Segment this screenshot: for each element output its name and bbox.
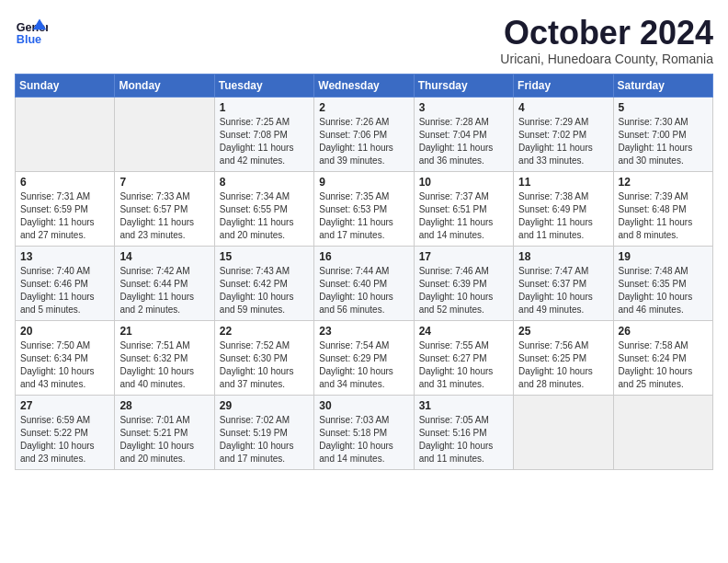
calendar-cell: 21Sunrise: 7:51 AMSunset: 6:32 PMDayligh… (115, 320, 214, 395)
day-header-thursday: Thursday (414, 74, 513, 97)
day-header-friday: Friday (514, 74, 613, 97)
day-number: 5 (619, 101, 708, 114)
calendar-cell: 25Sunrise: 7:56 AMSunset: 6:25 PMDayligh… (514, 320, 613, 395)
day-info: Sunrise: 7:52 AMSunset: 6:30 PMDaylight:… (220, 339, 309, 391)
day-number: 10 (419, 176, 508, 189)
logo: General Blue (15, 15, 48, 48)
calendar-cell: 15Sunrise: 7:43 AMSunset: 6:42 PMDayligh… (214, 246, 313, 320)
day-number: 2 (319, 101, 408, 114)
week-row-1: 1Sunrise: 7:25 AMSunset: 7:08 PMDaylight… (16, 97, 713, 171)
day-number: 23 (319, 325, 408, 338)
day-number: 21 (119, 325, 209, 338)
day-info: Sunrise: 7:29 AMSunset: 7:02 PMDaylight:… (518, 116, 608, 167)
day-info: Sunrise: 7:51 AMSunset: 6:32 PMDaylight:… (119, 339, 209, 391)
day-info: Sunrise: 7:01 AMSunset: 5:21 PMDaylight:… (119, 414, 209, 465)
day-number: 11 (518, 176, 608, 189)
calendar-cell (115, 97, 214, 171)
calendar-cell: 27Sunrise: 6:59 AMSunset: 5:22 PMDayligh… (16, 395, 115, 469)
title-block: October 2024 Uricani, Hunedoara County, … (500, 15, 713, 66)
day-number: 16 (319, 250, 408, 263)
day-info: Sunrise: 7:48 AMSunset: 6:35 PMDaylight:… (619, 265, 708, 316)
day-info: Sunrise: 7:44 AMSunset: 6:40 PMDaylight:… (319, 265, 408, 316)
day-info: Sunrise: 7:46 AMSunset: 6:39 PMDaylight:… (419, 265, 508, 316)
day-number: 18 (518, 250, 608, 263)
calendar-cell: 16Sunrise: 7:44 AMSunset: 6:40 PMDayligh… (314, 246, 414, 320)
svg-text:Blue: Blue (17, 33, 41, 46)
day-info: Sunrise: 7:34 AMSunset: 6:55 PMDaylight:… (220, 190, 309, 242)
day-number: 8 (220, 176, 309, 189)
day-number: 20 (20, 325, 109, 338)
day-number: 24 (419, 325, 508, 338)
calendar-cell: 9Sunrise: 7:35 AMSunset: 6:53 PMDaylight… (314, 171, 414, 246)
day-number: 15 (220, 250, 309, 263)
week-row-4: 20Sunrise: 7:50 AMSunset: 6:34 PMDayligh… (16, 320, 713, 395)
day-header-sunday: Sunday (16, 74, 115, 97)
calendar-cell (514, 395, 613, 469)
day-info: Sunrise: 7:28 AMSunset: 7:04 PMDaylight:… (419, 116, 508, 167)
day-info: Sunrise: 7:26 AMSunset: 7:06 PMDaylight:… (319, 116, 408, 167)
day-number: 14 (119, 250, 209, 263)
calendar-cell: 10Sunrise: 7:37 AMSunset: 6:51 PMDayligh… (414, 171, 513, 246)
day-number: 12 (619, 176, 708, 189)
calendar-cell: 24Sunrise: 7:55 AMSunset: 6:27 PMDayligh… (414, 320, 513, 395)
day-info: Sunrise: 7:50 AMSunset: 6:34 PMDaylight:… (20, 339, 109, 391)
day-info: Sunrise: 7:31 AMSunset: 6:59 PMDaylight:… (20, 190, 109, 242)
calendar-cell: 22Sunrise: 7:52 AMSunset: 6:30 PMDayligh… (214, 320, 313, 395)
day-header-monday: Monday (115, 74, 214, 97)
location-subtitle: Uricani, Hunedoara County, Romania (500, 52, 713, 66)
calendar-cell (613, 395, 712, 469)
day-info: Sunrise: 7:30 AMSunset: 7:00 PMDaylight:… (619, 116, 708, 167)
calendar-cell: 26Sunrise: 7:58 AMSunset: 6:24 PMDayligh… (613, 320, 712, 395)
day-info: Sunrise: 7:47 AMSunset: 6:37 PMDaylight:… (518, 265, 608, 316)
logo-icon: General Blue (15, 15, 48, 48)
day-number: 19 (619, 250, 708, 263)
week-row-2: 6Sunrise: 7:31 AMSunset: 6:59 PMDaylight… (16, 171, 713, 246)
calendar-cell: 4Sunrise: 7:29 AMSunset: 7:02 PMDaylight… (514, 97, 613, 171)
calendar-cell: 18Sunrise: 7:47 AMSunset: 6:37 PMDayligh… (514, 246, 613, 320)
day-number: 30 (319, 399, 408, 412)
calendar-cell: 28Sunrise: 7:01 AMSunset: 5:21 PMDayligh… (115, 395, 214, 469)
day-info: Sunrise: 7:42 AMSunset: 6:44 PMDaylight:… (119, 265, 209, 316)
calendar-cell: 7Sunrise: 7:33 AMSunset: 6:57 PMDaylight… (115, 171, 214, 246)
day-info: Sunrise: 7:37 AMSunset: 6:51 PMDaylight:… (419, 190, 508, 242)
day-number: 4 (518, 101, 608, 114)
calendar-cell: 11Sunrise: 7:38 AMSunset: 6:49 PMDayligh… (514, 171, 613, 246)
day-info: Sunrise: 7:56 AMSunset: 6:25 PMDaylight:… (518, 339, 608, 391)
calendar-cell: 2Sunrise: 7:26 AMSunset: 7:06 PMDaylight… (314, 97, 414, 171)
day-number: 22 (220, 325, 309, 338)
day-info: Sunrise: 7:39 AMSunset: 6:48 PMDaylight:… (619, 190, 708, 242)
calendar-cell: 5Sunrise: 7:30 AMSunset: 7:00 PMDaylight… (613, 97, 712, 171)
day-info: Sunrise: 7:03 AMSunset: 5:18 PMDaylight:… (319, 414, 408, 465)
calendar-cell (16, 97, 115, 171)
day-number: 6 (20, 176, 109, 189)
day-number: 29 (220, 399, 309, 412)
calendar-table: SundayMondayTuesdayWednesdayThursdayFrid… (15, 74, 713, 470)
day-info: Sunrise: 7:35 AMSunset: 6:53 PMDaylight:… (319, 190, 408, 242)
day-header-wednesday: Wednesday (314, 74, 414, 97)
day-number: 1 (220, 101, 309, 114)
day-number: 26 (619, 325, 708, 338)
calendar-cell: 3Sunrise: 7:28 AMSunset: 7:04 PMDaylight… (414, 97, 513, 171)
calendar-cell: 30Sunrise: 7:03 AMSunset: 5:18 PMDayligh… (314, 395, 414, 469)
day-number: 9 (319, 176, 408, 189)
calendar-cell: 19Sunrise: 7:48 AMSunset: 6:35 PMDayligh… (613, 246, 712, 320)
day-info: Sunrise: 6:59 AMSunset: 5:22 PMDaylight:… (20, 414, 109, 465)
calendar-cell: 8Sunrise: 7:34 AMSunset: 6:55 PMDaylight… (214, 171, 313, 246)
day-info: Sunrise: 7:25 AMSunset: 7:08 PMDaylight:… (220, 116, 309, 167)
day-header-tuesday: Tuesday (214, 74, 313, 97)
day-info: Sunrise: 7:40 AMSunset: 6:46 PMDaylight:… (20, 265, 109, 316)
calendar-cell: 29Sunrise: 7:02 AMSunset: 5:19 PMDayligh… (214, 395, 313, 469)
day-number: 28 (119, 399, 209, 412)
day-number: 7 (119, 176, 209, 189)
day-info: Sunrise: 7:33 AMSunset: 6:57 PMDaylight:… (119, 190, 209, 242)
week-row-5: 27Sunrise: 6:59 AMSunset: 5:22 PMDayligh… (16, 395, 713, 469)
calendar-cell: 13Sunrise: 7:40 AMSunset: 6:46 PMDayligh… (16, 246, 115, 320)
day-number: 25 (518, 325, 608, 338)
day-info: Sunrise: 7:55 AMSunset: 6:27 PMDaylight:… (419, 339, 508, 391)
day-info: Sunrise: 7:58 AMSunset: 6:24 PMDaylight:… (619, 339, 708, 391)
day-number: 13 (20, 250, 109, 263)
calendar-cell: 31Sunrise: 7:05 AMSunset: 5:16 PMDayligh… (414, 395, 513, 469)
day-number: 3 (419, 101, 508, 114)
page-header: General Blue October 2024 Uricani, Huned… (15, 15, 713, 66)
calendar-cell: 23Sunrise: 7:54 AMSunset: 6:29 PMDayligh… (314, 320, 414, 395)
